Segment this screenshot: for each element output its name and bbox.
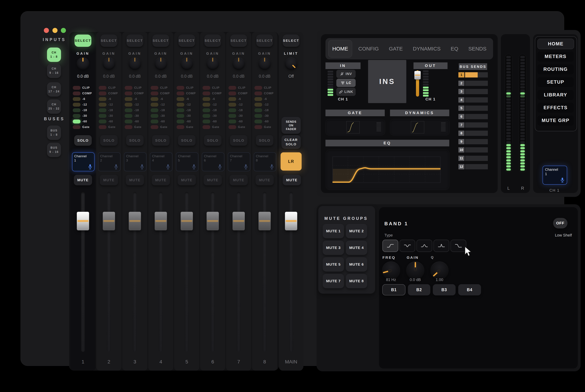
bus-send-row-1[interactable]: 1 [458,72,488,78]
bus-send-row-10[interactable]: 10 [458,147,488,152]
gain-knob[interactable] [258,57,271,70]
channel-select-button[interactable]: SELECT [74,34,91,47]
bus-send-bar[interactable] [465,72,488,78]
gain-knob[interactable] [154,57,167,70]
bus-send-bar[interactable] [465,89,488,94]
sidebar-item-bus-9-16[interactable]: BUS9 - 16 [47,143,61,157]
mute-group-button-6[interactable]: MUTE 6 [346,257,367,272]
dynamics-graph[interactable] [390,119,450,135]
tab-config[interactable]: CONFIG [354,40,383,57]
channel-select-button[interactable]: SELECT [100,34,117,47]
out-fader-cap[interactable] [414,71,421,80]
bus-send-row-7[interactable]: 7 [458,122,488,128]
clear-solo-button[interactable]: CLEAR SOLO [282,135,301,149]
main-mute-button[interactable]: MUTE [283,175,301,185]
main-fader-cap[interactable] [285,212,297,230]
band-select-b4[interactable]: B4 [458,284,481,296]
channel-solo-button[interactable]: SOLO [152,135,170,146]
sidebar-item-bus-1-8[interactable]: BUS1 - 8 [47,126,61,140]
nav-routing-button[interactable]: ROUTING [538,64,574,74]
bus-send-row-5[interactable]: 5 [458,106,488,111]
channel-solo-button[interactable]: SOLO [230,135,248,146]
bus-send-bar[interactable] [465,81,488,86]
in-lc-button[interactable]: LC [336,79,356,87]
nav-meters-button[interactable]: METERS [538,52,574,62]
band-off-button[interactable]: OFF [553,218,568,228]
bus-send-row-12[interactable]: 12 [458,164,488,169]
nav-setup-button[interactable]: SETUP [538,77,574,87]
gate-graph[interactable] [326,119,385,135]
bus-send-bar[interactable] [465,156,488,161]
gain-knob[interactable] [128,57,141,70]
tab-gate[interactable]: GATE [385,40,406,57]
mute-group-button-7[interactable]: MUTE 7 [323,274,344,288]
nav-library-button[interactable]: LIBRARY [538,90,574,100]
channel-scribble-strip[interactable]: Channel 7 [228,152,250,171]
channel-fader-cap[interactable] [103,212,115,230]
tab-home[interactable]: HOME [328,40,352,58]
channel-mute-button[interactable]: MUTE [204,175,222,185]
in-link-button[interactable]: LINK [336,88,356,96]
sends-on-fader-button[interactable]: SENDS ON FADER [282,117,301,134]
channel-mute-button[interactable]: MUTE [100,175,118,185]
channel-scribble-strip[interactable]: Channel 8 [254,152,276,171]
channel-scribble-strip[interactable]: Channel 1 [72,152,94,171]
channel-fader-cap[interactable] [180,212,193,230]
channel-select-button[interactable]: SELECT [256,34,273,47]
band-freq-knob[interactable] [382,262,400,280]
bus-send-row-3[interactable]: 3 [458,89,488,94]
channel-fader-cap[interactable] [77,212,89,230]
bus-send-row-2[interactable]: 2 [458,81,488,86]
bus-send-bar[interactable] [465,139,488,144]
channel-mute-button[interactable]: MUTE [178,175,196,185]
insert-slot[interactable]: INS [368,60,406,103]
bus-send-bar[interactable] [465,122,488,128]
bus-send-row-8[interactable]: 8 [458,130,488,136]
channel-mute-button[interactable]: MUTE [126,175,144,185]
sidebar-item-ch-9-16[interactable]: CH9 - 16 [47,64,61,78]
channel-mute-button[interactable]: MUTE [74,175,92,185]
channel-solo-button[interactable]: SOLO [100,135,118,146]
channel-fader-cap[interactable] [155,212,167,230]
channel-select-button[interactable]: SELECT [204,34,221,47]
band-select-b3[interactable]: B3 [433,284,456,296]
band-select-b2[interactable]: B2 [408,284,430,296]
nav-home-button[interactable]: HOME [538,39,574,49]
channel-select-button[interactable]: SELECT [152,34,169,47]
nav-effects-button[interactable]: EFFECTS [538,103,574,113]
channel-solo-button[interactable]: SOLO [74,135,92,146]
channel-scribble-strip[interactable]: Channel 3 [124,152,146,171]
lr-bus-button[interactable]: LR [280,152,302,170]
bus-send-bar[interactable] [465,130,488,136]
close-button[interactable] [44,28,49,33]
band-q-knob[interactable] [430,262,448,280]
mute-group-button-5[interactable]: MUTE 5 [323,257,344,272]
gain-knob[interactable] [77,57,89,70]
nav-mute-grp-button[interactable]: MUTE GRP [538,116,574,126]
gain-knob[interactable] [206,57,219,70]
channel-mute-button[interactable]: MUTE [152,175,170,185]
mute-group-button-8[interactable]: MUTE 8 [346,274,367,288]
minimize-button[interactable] [52,28,58,33]
channel-scribble-strip[interactable]: Channel 4 [150,152,172,171]
bus-send-bar[interactable] [465,147,488,152]
eq-type-low-shelf-icon[interactable] [382,240,398,252]
gain-knob[interactable] [232,57,245,70]
bus-send-row-4[interactable]: 4 [458,97,488,102]
mute-group-button-1[interactable]: MUTE 1 [323,224,344,238]
main-select-button[interactable]: SELECT [283,34,300,47]
channel-fader-cap[interactable] [129,212,141,230]
mute-group-button-3[interactable]: MUTE 3 [323,240,344,255]
bus-send-row-11[interactable]: 11 [458,156,488,161]
sidebar-item-ch-17-24[interactable]: CH17 - 24 [47,82,61,96]
eq-type-notch-icon[interactable] [400,240,415,252]
mute-group-button-4[interactable]: MUTE 4 [346,240,367,255]
channel-solo-button[interactable]: SOLO [204,135,222,146]
sidebar-item-ch-1-8[interactable]: CH1 - 8 [47,48,61,62]
zoom-button[interactable] [61,28,66,33]
channel-mute-button[interactable]: MUTE [230,175,248,185]
channel-select-button[interactable]: SELECT [230,34,247,47]
eq-type-peak-narrow-icon[interactable] [434,240,449,252]
tab-eq[interactable]: EQ [447,40,462,57]
channel-fader-cap[interactable] [206,212,219,230]
